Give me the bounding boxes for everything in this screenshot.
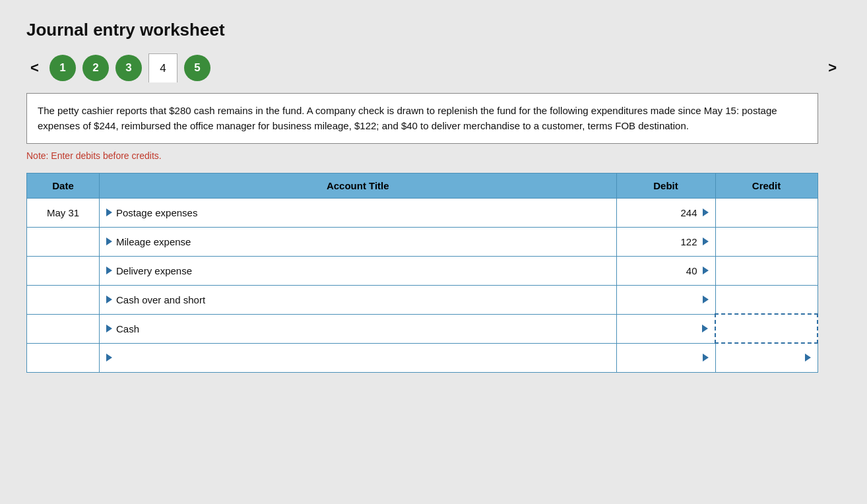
account-title-text: Cash over and short bbox=[116, 294, 205, 305]
account-arrow-icon bbox=[106, 325, 112, 332]
account-arrow-icon bbox=[106, 237, 112, 245]
account-cell[interactable]: Delivery expense bbox=[100, 256, 617, 285]
debit-cell[interactable] bbox=[616, 343, 715, 372]
debit-arrow-icon bbox=[703, 237, 709, 245]
date-cell: May 31 bbox=[27, 198, 100, 227]
account-cell[interactable]: Cash bbox=[100, 314, 617, 343]
date-cell bbox=[27, 343, 100, 372]
account-title-text: Cash bbox=[116, 323, 139, 334]
tab-1[interactable]: 1 bbox=[49, 55, 76, 81]
table-row: Cash bbox=[27, 314, 818, 343]
debit-value: 244 bbox=[680, 207, 697, 218]
account-arrow-icon bbox=[106, 296, 112, 303]
credit-cell[interactable] bbox=[715, 256, 818, 285]
tab-navigation: < 1 2 3 4 5 > bbox=[26, 53, 841, 82]
date-cell bbox=[27, 285, 100, 314]
account-arrow-icon bbox=[106, 267, 112, 274]
prev-arrow[interactable]: < bbox=[26, 59, 43, 77]
account-title-text: Postage expenses bbox=[116, 207, 197, 218]
tab-2[interactable]: 2 bbox=[82, 55, 109, 81]
debit-arrow-icon bbox=[703, 354, 709, 362]
account-cell[interactable]: Mileage expense bbox=[100, 227, 617, 256]
header-credit: Credit bbox=[715, 173, 818, 198]
date-cell bbox=[27, 227, 100, 256]
credit-arrow-icon bbox=[805, 354, 811, 362]
header-date: Date bbox=[27, 173, 100, 198]
debit-arrow-icon bbox=[703, 296, 709, 303]
description-box: The petty cashier reports that $280 cash… bbox=[26, 93, 818, 144]
account-title-text: Mileage expense bbox=[116, 236, 191, 247]
account-title-text: Delivery expense bbox=[116, 265, 192, 276]
journal-table: Date Account Title Debit Credit May 31 P… bbox=[26, 173, 818, 373]
debit-arrow-icon bbox=[702, 325, 708, 332]
table-row: Mileage expense 122 bbox=[27, 227, 818, 256]
tab-4[interactable]: 4 bbox=[148, 53, 177, 82]
credit-cell[interactable] bbox=[715, 343, 818, 372]
debit-cell[interactable]: 244 bbox=[616, 198, 715, 227]
table-row: May 31 Postage expenses 244 bbox=[27, 198, 818, 227]
tab-3[interactable]: 3 bbox=[115, 55, 142, 81]
header-account-title: Account Title bbox=[100, 173, 617, 198]
credit-cell-dashed[interactable] bbox=[715, 314, 818, 343]
credit-cell[interactable] bbox=[715, 198, 818, 227]
account-cell[interactable] bbox=[100, 343, 617, 372]
debit-cell[interactable] bbox=[616, 285, 715, 314]
page-title: Journal entry worksheet bbox=[26, 20, 841, 40]
debit-cell[interactable] bbox=[616, 314, 715, 343]
note-text: Note: Enter debits before credits. bbox=[26, 150, 841, 161]
account-arrow-icon bbox=[106, 208, 112, 216]
credit-cell[interactable] bbox=[715, 285, 818, 314]
account-arrow-icon bbox=[106, 354, 112, 362]
debit-cell[interactable]: 40 bbox=[616, 256, 715, 285]
header-debit: Debit bbox=[616, 173, 715, 198]
debit-cell[interactable]: 122 bbox=[616, 227, 715, 256]
table-row: Cash over and short bbox=[27, 285, 818, 314]
account-cell[interactable]: Postage expenses bbox=[100, 198, 617, 227]
date-cell bbox=[27, 314, 100, 343]
next-arrow[interactable]: > bbox=[824, 59, 841, 77]
debit-arrow-icon bbox=[703, 267, 709, 274]
debit-value: 122 bbox=[680, 236, 697, 247]
table-row-empty bbox=[27, 343, 818, 372]
date-cell bbox=[27, 256, 100, 285]
debit-value: 40 bbox=[686, 265, 697, 276]
tab-5[interactable]: 5 bbox=[184, 55, 210, 81]
table-row: Delivery expense 40 bbox=[27, 256, 818, 285]
account-cell[interactable]: Cash over and short bbox=[100, 285, 617, 314]
debit-arrow-icon bbox=[703, 208, 709, 216]
credit-cell[interactable] bbox=[715, 227, 818, 256]
description-text: The petty cashier reports that $280 cash… bbox=[38, 105, 777, 131]
